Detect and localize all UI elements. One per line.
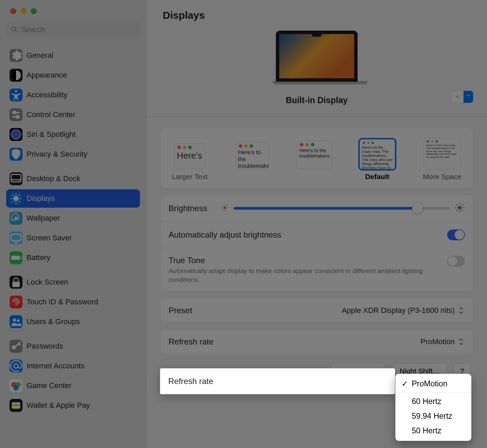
preset-label: Preset [169,306,192,315]
minimize-window-button[interactable] [20,8,27,14]
svg-point-27 [17,319,19,322]
sidebar-item-passwords[interactable]: Passwords [6,337,140,355]
resolution-option-more-space[interactable]: Here's to the crazy ones. The troublemak… [423,138,461,181]
sidebar-item-label: General [27,51,53,60]
wallet-icon [10,399,22,412]
search-icon [11,26,18,33]
add-display-dropdown[interactable] [464,91,473,103]
sidebar-item-appearance[interactable]: Appearance [6,66,140,84]
at-icon [10,359,22,372]
svg-rect-24 [20,257,21,259]
sidebar-item-displays[interactable]: Displays [6,189,140,208]
sidebar-item-label: Siri & Spotlight [27,130,76,139]
svg-rect-23 [11,256,20,260]
refresh-option-promotion[interactable]: ✓ProMotion [395,377,471,391]
sidebar-item-touch-id-password[interactable]: Touch ID & Password [6,293,140,311]
svg-line-43 [227,205,227,206]
users-icon [10,315,22,328]
refresh-option-59.94-hertz[interactable]: 59.94 Hertz [395,409,471,423]
svg-rect-21 [11,234,21,241]
privacy-icon [10,148,22,161]
resolution-option-3[interactable]: Here's to the troublemakers [297,141,332,181]
close-window-button[interactable] [10,8,16,14]
wallpaper-icon [10,212,22,225]
display-hero: Built-in Display + [146,25,487,117]
preset-select[interactable]: Apple XDR Display (P3-1600 nits) [342,306,465,315]
resolution-selector: Here's Larger Text Here's to the trouble… [160,127,473,189]
preset-group: Preset Apple XDR Display (P3-1600 nits) [160,298,473,323]
sun-big-icon [455,203,465,214]
svg-line-1 [15,30,17,32]
search-input[interactable] [21,25,135,34]
svg-point-29 [14,364,18,368]
svg-point-3 [15,90,17,92]
svg-rect-25 [12,282,20,287]
svg-line-19 [19,195,20,196]
refresh-rate-dropdown: ✓ProMotion60 Hertz59.94 Hertz50 Hertz [395,374,471,441]
sidebar-item-battery[interactable]: Battery [6,249,140,267]
fullscreen-window-button[interactable] [31,8,37,14]
refresh-option-50-hertz[interactable]: 50 Hertz [395,423,471,438]
preset-row: Preset Apple XDR Display (P3-1600 nits) [160,298,473,323]
svg-point-0 [12,27,16,31]
sidebar-item-lock-screen[interactable]: Lock Screen [6,273,140,291]
truetone-description: Automatically adapt display to make colo… [169,267,427,284]
sidebar-item-general[interactable]: General [6,46,140,65]
siri-icon [10,128,22,141]
gamecenter-icon [10,379,22,392]
add-display-button[interactable]: + [451,91,464,103]
display-name-label: Built-in Display [286,95,348,105]
page-title: Displays [163,10,471,21]
sidebar-item-control-center[interactable]: Control Center [6,106,140,124]
brightness-row: Brightness [160,195,473,222]
sidebar-item-users-groups[interactable]: Users & Groups [6,313,140,331]
resolution-option-default[interactable]: Here's to the crazy ones. The troublemak… [360,139,395,181]
sidebar-item-siri-spotlight[interactable]: Siri & Spotlight [6,125,140,144]
window-controls [0,0,146,14]
refresh-option-60-hertz[interactable]: 60 Hertz [395,394,471,409]
brightness-thumb[interactable] [412,203,423,214]
svg-line-49 [456,204,457,205]
svg-point-11 [13,196,19,201]
svg-line-16 [12,195,13,196]
svg-line-17 [19,201,20,202]
svg-point-26 [13,319,16,322]
svg-point-32 [13,385,19,390]
sidebar-item-privacy-security[interactable]: Privacy & Security [6,145,140,163]
appearance-icon [10,69,22,82]
sidebar-item-label: Wallpaper [27,214,60,223]
sidebar-item-game-center[interactable]: Game Center [6,377,140,395]
sidebar-item-label: Touch ID & Password [27,298,98,306]
sidebar-item-internet-accounts[interactable]: Internet Accounts [6,357,140,375]
svg-point-7 [16,115,19,118]
truetone-label: True Tone [169,256,427,265]
resolution-option-2[interactable]: Here's to the troublemakers [236,142,269,181]
sidebar-item-label: Lock Screen [27,278,68,287]
brightness-label: Brightness [169,204,207,213]
svg-line-41 [227,210,227,210]
sidebar-item-label: Displays [27,194,55,203]
search-field[interactable] [6,22,140,37]
sidebar-item-label: Privacy & Security [27,150,88,159]
accessibility-icon [10,89,22,101]
auto-brightness-label: Automatically adjust brightness [169,230,281,240]
sidebar-item-label: Game Center [27,381,72,390]
resolution-option-largest[interactable]: Here's Larger Text [172,143,208,181]
truetone-toggle[interactable] [447,256,465,267]
sidebar-item-wallet-apple-pay[interactable]: Wallet & Apple Pay [6,396,140,415]
sidebar-item-accessibility[interactable]: Accessibility [6,86,140,104]
key-icon [10,340,22,353]
svg-point-8 [11,129,21,140]
lock-icon [10,276,22,289]
add-display-button-group: + [451,91,473,103]
brightness-slider[interactable] [221,203,465,214]
svg-point-28 [12,345,16,350]
battery-icon [10,251,22,264]
svg-rect-34 [12,404,20,406]
display-thumbnail[interactable] [272,31,361,88]
sidebar-item-screen-saver[interactable]: Screen Saver [6,229,140,247]
checkmark-icon: ✓ [402,379,408,388]
sidebar-item-wallpaper[interactable]: Wallpaper [6,209,140,227]
auto-brightness-toggle[interactable] [447,229,465,240]
sidebar-item-desktop-dock[interactable]: Desktop & Dock [6,170,140,188]
